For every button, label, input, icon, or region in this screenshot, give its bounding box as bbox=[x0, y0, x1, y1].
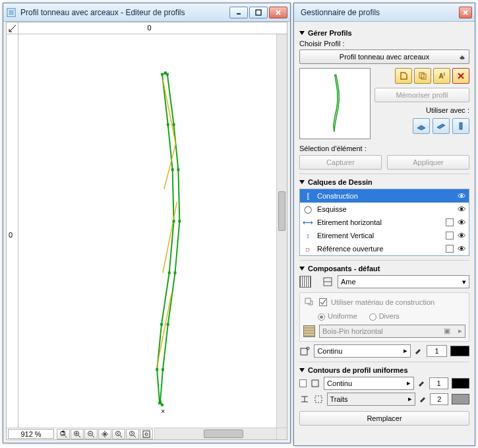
svg-rect-18 bbox=[156, 368, 158, 371]
svg-point-37 bbox=[116, 431, 121, 435]
delete-profile-button[interactable] bbox=[452, 68, 469, 84]
zoom-extents-icon[interactable] bbox=[140, 429, 153, 439]
use-construction-material-checkbox[interactable] bbox=[319, 298, 327, 306]
vertical-scrollbar[interactable] bbox=[276, 34, 287, 428]
outer-contour-checkbox[interactable] bbox=[299, 379, 307, 387]
layer-lock-checkbox[interactable] bbox=[446, 245, 454, 253]
editor-titlebar[interactable]: Profil tonneau avec arceaux - Editeur de… bbox=[3, 3, 290, 22]
zoom-next-icon[interactable] bbox=[126, 429, 139, 439]
duplicate-profile-button[interactable] bbox=[414, 68, 431, 84]
zoom-readout[interactable]: 912 % bbox=[8, 429, 54, 439]
layer-visibility-icon[interactable]: 👁 bbox=[458, 231, 466, 241]
svg-rect-20 bbox=[168, 272, 171, 274]
capture-button[interactable]: Capturer bbox=[299, 155, 382, 170]
component-type-icon bbox=[322, 276, 334, 288]
layer-type-icon: ◯ bbox=[303, 205, 313, 214]
zoom-out-icon[interactable] bbox=[84, 429, 98, 439]
layer-lock-checkbox[interactable] bbox=[446, 218, 454, 226]
material-selector[interactable]: Bois-Pin horizontal▣▸ bbox=[319, 325, 465, 338]
layer-row[interactable]: ◯Esquisse👁 bbox=[300, 203, 469, 216]
horizontal-scrollbar[interactable] bbox=[154, 428, 276, 439]
svg-marker-46 bbox=[460, 58, 465, 59]
svg-rect-53 bbox=[460, 123, 462, 129]
zoom-fit-icon[interactable]: ± bbox=[57, 429, 70, 439]
manager-body: Gérer Profils Choisir Profil : Profil to… bbox=[295, 22, 473, 430]
outer-pen-number[interactable]: 1 bbox=[429, 377, 448, 389]
svg-rect-14 bbox=[162, 368, 164, 371]
maximize-button[interactable] bbox=[249, 7, 268, 18]
manager-title: Gestionnaire de profils bbox=[297, 8, 459, 17]
cut-line-icon bbox=[299, 345, 311, 357]
component-hatch-icon[interactable] bbox=[299, 276, 311, 288]
profile-selector[interactable]: Profil tonneau avec arceaux bbox=[299, 49, 469, 64]
zoom-in-icon[interactable] bbox=[71, 429, 84, 439]
svg-rect-25 bbox=[164, 72, 167, 75]
svg-marker-51 bbox=[417, 125, 425, 130]
svg-rect-63 bbox=[315, 396, 322, 402]
vertical-ruler[interactable]: 0 bbox=[7, 34, 18, 428]
horizontal-ruler[interactable]: 0 bbox=[18, 22, 276, 34]
inner-contour-icon bbox=[313, 393, 324, 405]
cut-pen-number[interactable]: 1 bbox=[427, 345, 447, 357]
svg-rect-10 bbox=[177, 168, 179, 171]
layer-list[interactable]: ⟦Construction👁◯Esquisse👁⟷Etirement horiz… bbox=[299, 189, 469, 256]
replace-button[interactable]: Remplacer bbox=[299, 411, 469, 426]
use-with-column-button[interactable] bbox=[452, 118, 469, 134]
svg-line-38 bbox=[120, 435, 122, 437]
layer-visibility-icon[interactable]: 👁 bbox=[458, 244, 466, 254]
inner-pen-color[interactable] bbox=[452, 394, 469, 404]
use-with-beam-button[interactable] bbox=[433, 118, 450, 134]
cut-pen-color[interactable] bbox=[450, 346, 469, 356]
drawing-canvas[interactable]: × bbox=[18, 34, 276, 428]
layer-row[interactable]: ⟦Construction👁 bbox=[300, 189, 469, 203]
use-with-wall-button[interactable] bbox=[413, 118, 430, 134]
outer-contour-icon bbox=[310, 377, 320, 389]
svg-rect-59 bbox=[312, 380, 318, 387]
layer-type-icon: ⟷ bbox=[303, 218, 313, 227]
component-selector[interactable]: Ame▾ bbox=[338, 275, 469, 288]
layer-lock-checkbox[interactable] bbox=[446, 232, 454, 240]
minimize-button[interactable] bbox=[229, 7, 248, 18]
pen-icon bbox=[417, 379, 426, 388]
inner-pen-number[interactable]: 2 bbox=[430, 393, 448, 405]
ruler-origin-icon[interactable] bbox=[7, 22, 18, 34]
inner-linetype-selector[interactable]: Traits▸ bbox=[327, 393, 415, 406]
apply-button[interactable]: Appliquer bbox=[387, 155, 469, 170]
outer-pen-color[interactable] bbox=[452, 378, 469, 389]
pan-icon[interactable] bbox=[98, 429, 111, 439]
new-profile-button[interactable] bbox=[395, 68, 412, 84]
material-uniform-radio[interactable] bbox=[318, 313, 325, 321]
close-button[interactable] bbox=[269, 7, 287, 18]
layer-row[interactable]: ↕Etirement Vertical👁 bbox=[300, 229, 469, 242]
rename-profile-button[interactable]: AI bbox=[433, 68, 450, 84]
profile-manager-window: Gestionnaire de profils Gérer Profils Ch… bbox=[293, 3, 475, 446]
section-drawing-layers[interactable]: Calques de Dessin bbox=[299, 178, 469, 186]
layer-row[interactable]: ⟷Etirement horizontal👁 bbox=[300, 216, 469, 229]
section-manage-profiles[interactable]: Gérer Profils bbox=[299, 29, 469, 37]
store-profile-button[interactable]: Mémoriser profil bbox=[374, 88, 469, 102]
layer-name: Construction bbox=[317, 192, 442, 200]
inner-contour-toggle-icon[interactable] bbox=[299, 393, 310, 405]
manager-close-button[interactable] bbox=[459, 7, 472, 18]
resize-grip-icon[interactable] bbox=[276, 428, 287, 439]
svg-rect-13 bbox=[167, 323, 169, 326]
material-divers-radio[interactable] bbox=[369, 313, 376, 321]
material-group: Utiliser matériau de construction Unifor… bbox=[299, 292, 469, 342]
choose-profile-label: Choisir Profil : bbox=[299, 40, 469, 48]
material-link-icon bbox=[303, 296, 315, 308]
manager-titlebar[interactable]: Gestionnaire de profils bbox=[294, 3, 475, 22]
layer-visibility-icon[interactable]: 👁 bbox=[458, 218, 466, 228]
svg-marker-52 bbox=[437, 124, 445, 129]
cut-linetype-selector[interactable]: Continu▸ bbox=[314, 344, 411, 358]
outer-linetype-selector[interactable]: Continu▸ bbox=[324, 377, 414, 390]
svg-text:×: × bbox=[161, 407, 165, 415]
zoom-prev-icon[interactable] bbox=[112, 429, 125, 439]
svg-rect-19 bbox=[160, 323, 163, 326]
layer-row[interactable]: ⟥Référence ouverture👁 bbox=[300, 242, 469, 255]
svg-text:±: ± bbox=[61, 430, 65, 436]
layer-visibility-icon[interactable]: 👁 bbox=[458, 205, 466, 214]
section-uniform-contours[interactable]: Contours de profil uniformes bbox=[299, 366, 469, 374]
section-components[interactable]: Composants - défaut bbox=[299, 265, 469, 272]
profile-preview bbox=[299, 68, 371, 139]
layer-visibility-icon[interactable]: 👁 bbox=[458, 191, 466, 201]
